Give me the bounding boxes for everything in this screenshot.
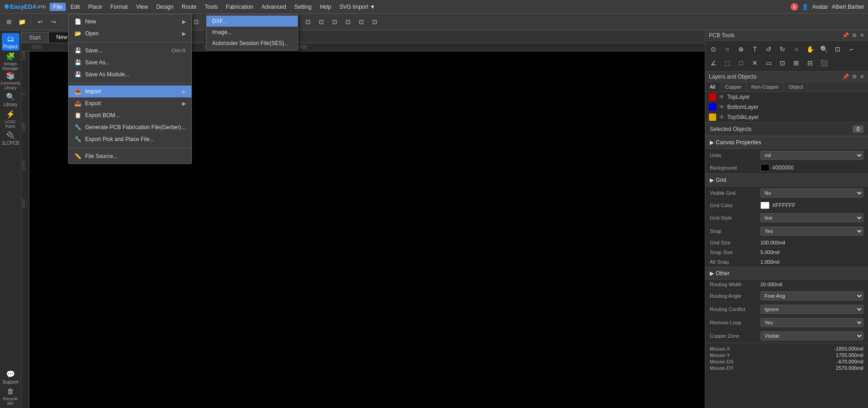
menu-save[interactable]: 💾 Save... Ctrl+S — [69, 45, 191, 57]
menu-generate-gerber[interactable]: 🔧 Generate PCB Fabrication File(Gerber).… — [69, 121, 191, 133]
tool-rect[interactable]: □ — [735, 57, 747, 69]
import-image[interactable]: Image... — [207, 27, 298, 38]
tool-text[interactable]: T — [748, 43, 761, 56]
menu-import[interactable]: 📥 Import ▶ — [69, 85, 191, 97]
tool-rect2[interactable]: ▭ — [762, 57, 775, 69]
menu-file[interactable]: File — [50, 3, 66, 11]
layer-row-top[interactable]: 👁 TopLayer — [705, 92, 868, 102]
sidebar-item-jlcpcb[interactable]: 🔌 JLCPCB — [2, 130, 19, 147]
sidebar-item-library[interactable]: 🔍 Library — [2, 91, 19, 108]
tool-fab2[interactable]: ⊟ — [804, 57, 816, 69]
menu-svg-import[interactable]: SVG Import ▼ — [336, 3, 379, 11]
tab-object[interactable]: Object — [784, 82, 808, 91]
import-dxf[interactable]: DXF... — [207, 16, 298, 27]
menu-help[interactable]: Help — [316, 3, 335, 11]
tab-start[interactable]: Start — [21, 32, 48, 43]
visible-grid-select[interactable]: No Yes — [760, 188, 863, 198]
pcb-tools-settings-icon[interactable]: ⚙ — [852, 32, 857, 39]
menu-place[interactable]: Place — [85, 3, 106, 11]
tool-corner[interactable]: ⌐ — [845, 43, 858, 56]
tb-extra7[interactable]: ⊡ — [368, 16, 380, 28]
menu-export-pick-place[interactable]: 🔧 Export Pick and Place File... — [69, 133, 191, 145]
tb-extra6[interactable]: ⊡ — [355, 16, 367, 28]
tb-extra3[interactable]: ⊡ — [315, 16, 327, 28]
tb-extra2[interactable]: ⊡ — [302, 16, 314, 28]
tab-copper[interactable]: Copper — [720, 82, 747, 91]
tool4[interactable]: ⊡ — [190, 16, 202, 28]
tab-all[interactable]: All — [705, 82, 720, 91]
new-btn[interactable]: ⊞ — [3, 16, 15, 28]
tool-fab1[interactable]: ⊞ — [790, 57, 803, 69]
sidebar-item-commonly-library[interactable]: 📚 Commonly Library — [2, 72, 19, 89]
tb-extra4[interactable]: ⊡ — [328, 16, 340, 28]
menu-route[interactable]: Route — [178, 3, 200, 11]
menu-setting[interactable]: Setting — [291, 3, 315, 11]
menu-save-label: Save... — [85, 47, 102, 54]
notification-badge[interactable]: 6 — [791, 3, 798, 11]
layer-eye-bottom[interactable]: 👁 — [719, 104, 724, 110]
grid-section-header[interactable]: ▶ Grid — [705, 174, 868, 187]
snap-select[interactable]: Yes No — [760, 227, 863, 236]
redo-btn[interactable]: ↪ — [47, 16, 59, 28]
pcb-tools-close-icon[interactable]: ✕ — [860, 32, 864, 39]
layer-row-bottom[interactable]: 👁 BottomLayer — [705, 102, 868, 112]
sidebar-item-design-manager[interactable]: 🧩 Design Manager — [2, 52, 19, 70]
grid-style-select[interactable]: line dot — [760, 213, 863, 222]
remove-loop-select[interactable]: Yes No — [760, 318, 863, 327]
layers-close-icon[interactable]: ✕ — [860, 74, 864, 80]
copper-zone-select[interactable]: Visible Hidden — [760, 331, 863, 340]
menu-view[interactable]: View — [132, 3, 152, 11]
menu-save-as[interactable]: 💾 Save As... — [69, 57, 191, 68]
tool-dup[interactable]: ⊡ — [776, 57, 789, 69]
menu-design[interactable]: Design — [153, 3, 177, 11]
sidebar-item-lcsc-parts[interactable]: ⚡ LCSC Parts — [2, 110, 19, 128]
layers-pin-icon[interactable]: 📌 — [842, 74, 849, 80]
other-section-header[interactable]: ▶ Other — [705, 267, 868, 280]
tool-fab3[interactable]: ⬛ — [817, 57, 830, 69]
import-ses[interactable]: Autorouter Session File(SES)... — [207, 38, 298, 49]
menu-fabrication[interactable]: Fabrication — [222, 3, 257, 11]
routing-angle-select[interactable]: Free Ang 45° 90° — [760, 291, 863, 300]
tab-non-copper[interactable]: Non-Copper — [747, 82, 784, 91]
layer-row-topsilk[interactable]: 👁 TopSilkLayer — [705, 112, 868, 122]
sidebar-item-recycle-bin[interactable]: 🗑 Recycle Bin — [2, 388, 19, 405]
menu-export[interactable]: 📤 Export ▶ — [69, 97, 191, 109]
units-select[interactable]: mil mm inch — [760, 151, 863, 160]
routing-conflict-select[interactable]: Ignore Warning Error — [760, 305, 863, 314]
tool-arc-ccw[interactable]: ↺ — [762, 43, 775, 56]
tb-extra5[interactable]: ⊡ — [342, 16, 354, 28]
tool-zoom[interactable]: 🔍 — [817, 43, 830, 56]
menu-edit[interactable]: Edit — [67, 3, 84, 11]
menu-file-source[interactable]: ✏️ File Source... — [69, 150, 191, 162]
canvas-properties-header[interactable]: ▶ Canvas Properties — [705, 136, 868, 149]
layer-eye-topsilk[interactable]: 👁 — [719, 114, 724, 120]
file-menu-section3: 📥 Import ▶ 📤 Export ▶ 📋 Export BOM... 🔧 … — [69, 84, 191, 147]
sidebar-item-project[interactable]: 🗂 Project — [2, 33, 19, 51]
menu-export-bom[interactable]: 📋 Export BOM... — [69, 109, 191, 121]
tool-cut[interactable]: ✕ — [748, 57, 761, 69]
tool-hand[interactable]: ✋ — [804, 43, 816, 56]
tool-via[interactable]: ⊙ — [707, 43, 720, 56]
layers-settings-icon[interactable]: ⚙ — [852, 74, 857, 80]
tool-via2[interactable]: ⊕ — [735, 43, 747, 56]
tool-circle[interactable]: ○ — [790, 43, 803, 56]
menu-open[interactable]: 📂 Open ▶ — [69, 28, 191, 40]
tool-angle[interactable]: ∠ — [707, 57, 720, 69]
menu-advanced[interactable]: Advanced — [258, 3, 289, 11]
layer-eye-top[interactable]: 👁 — [719, 94, 724, 100]
tool-capture[interactable]: ⊡ — [831, 43, 844, 56]
tool-select[interactable]: ⬚ — [721, 57, 734, 69]
menu-format[interactable]: Format — [107, 3, 132, 11]
sidebar-item-support[interactable]: 💬 Support — [2, 368, 19, 386]
pcb-tools-pin-icon[interactable]: 📌 — [842, 32, 849, 39]
open-btn[interactable]: 📁 — [16, 16, 28, 28]
menu-tools[interactable]: Tools — [201, 3, 221, 11]
menu-save-as-module[interactable]: 💾 Save As Module... — [69, 68, 191, 80]
grid-color-swatch[interactable] — [760, 202, 770, 209]
undo-btn[interactable]: ↩ — [34, 16, 46, 28]
background-swatch[interactable] — [760, 164, 770, 171]
tool-pad[interactable]: ○ — [721, 43, 734, 56]
avatar-icon[interactable]: 👤 — [802, 4, 809, 10]
tool-arc-cw[interactable]: ↻ — [776, 43, 789, 56]
menu-new[interactable]: 📄 New ▶ — [69, 16, 191, 28]
